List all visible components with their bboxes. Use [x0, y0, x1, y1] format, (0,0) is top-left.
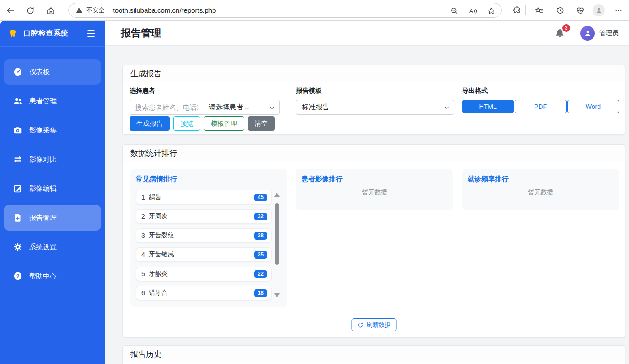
- template-select[interactable]: 标准报告: [296, 100, 454, 115]
- page-header: 报告管理 3 管理员: [105, 21, 629, 46]
- favorites-bar-button[interactable]: [532, 4, 546, 17]
- sidebar-nav: 仪表板 患者管理 影像采集 影像对比 影像编辑 报告管理 系统设置 ? 帮助中心: [0, 59, 105, 289]
- patient-label: 选择患者: [130, 87, 155, 95]
- rank-number: 6: [141, 289, 145, 297]
- browser-chrome: 不安全 tooth.silubaba.com.cn/reports.php A: [0, 0, 629, 21]
- sidebar-item-dashboard[interactable]: 仪表板: [4, 59, 101, 85]
- sidebar-item-settings[interactable]: 系统设置: [4, 234, 101, 260]
- template-manage-button[interactable]: 模板管理: [204, 116, 244, 131]
- rank-count-badge: 32: [254, 213, 267, 220]
- camera-icon: [13, 125, 23, 135]
- history-button[interactable]: [553, 4, 567, 17]
- favorites-list-icon: [535, 6, 544, 15]
- patient-select[interactable]: 请选择患者...: [203, 100, 280, 115]
- refresh-data-button[interactable]: 刷新数据: [351, 318, 396, 331]
- rank-disease-name: 牙周炎: [149, 212, 168, 220]
- export-html-button[interactable]: HTML: [462, 100, 514, 113]
- preview-button[interactable]: 预览: [173, 116, 200, 131]
- favorite-star-button[interactable]: [485, 5, 497, 17]
- disease-rank-list: 1 龋齿 45 2 牙周炎 32 3 牙齿裂纹 28 4 牙齿敏感 25 5 牙…: [136, 190, 272, 305]
- exchange-arrows-icon: [13, 154, 23, 164]
- brand-title: 口腔检查系统: [23, 29, 68, 38]
- not-secure-warning-icon: [75, 6, 83, 14]
- empty-data-text: 暂无数据: [296, 188, 453, 196]
- user-avatar[interactable]: [580, 26, 595, 41]
- chevron-down-icon: [444, 105, 450, 111]
- visit-frequency-rank-panel: 就诊频率排行 暂无数据: [462, 169, 619, 210]
- template-label: 报告模板: [296, 87, 322, 95]
- rank-number: 2: [141, 213, 145, 220]
- svg-text:A: A: [469, 8, 473, 14]
- sidebar-item-label: 影像采集: [29, 126, 57, 135]
- export-word-button[interactable]: Word: [567, 100, 619, 113]
- more-options-button[interactable]: [612, 4, 625, 17]
- back-arrow-icon: [5, 5, 16, 15]
- patient-select-value: 请选择患者...: [209, 103, 249, 112]
- rank-item: 2 牙周炎 32: [136, 209, 272, 224]
- rank-disease-name: 牙齿敏感: [149, 251, 174, 259]
- notification-badge: 3: [562, 24, 570, 32]
- report-history-title: 报告历史: [123, 346, 625, 363]
- rank-count-badge: 25: [254, 251, 267, 259]
- sidebar-item-label: 系统设置: [29, 243, 57, 251]
- sidebar-item-image-edit[interactable]: 影像编辑: [4, 176, 101, 201]
- browser-refresh-button[interactable]: [23, 4, 37, 17]
- browser-profile-button[interactable]: [593, 4, 605, 16]
- generate-card-title: 生成报告: [123, 65, 625, 82]
- extensions-button[interactable]: [509, 4, 523, 17]
- statistics-card: 数据统计排行 常见病情排行 1 龋齿 45 2 牙周炎 32 3 牙齿裂纹 28…: [122, 144, 625, 338]
- edit-pen-icon: [13, 184, 23, 194]
- browser-back-button[interactable]: [4, 4, 17, 17]
- star-icon: [487, 6, 496, 15]
- rank-item: 3 牙齿裂纹 28: [136, 228, 272, 243]
- toolbar-divider: [525, 5, 526, 15]
- main-content: 生成报告 选择患者 报告模板 导出格式 请选择患者... 标准报告 HTML P…: [105, 46, 629, 364]
- question-circle-icon: ?: [13, 271, 23, 281]
- rank-count-badge: 28: [254, 232, 267, 240]
- sidebar-item-label: 报告管理: [29, 214, 57, 222]
- clear-button[interactable]: 清空: [248, 116, 275, 131]
- sidebar-item-reports[interactable]: 报告管理: [4, 205, 101, 231]
- zoom-out-button[interactable]: [448, 5, 460, 17]
- rank-disease-name: 牙齿裂纹: [149, 231, 174, 240]
- gear-icon: [13, 242, 23, 252]
- browser-essentials-button[interactable]: [573, 4, 587, 17]
- sidebar-item-help[interactable]: ? 帮助中心: [4, 263, 101, 289]
- generate-report-button[interactable]: 生成报告: [130, 116, 170, 131]
- sidebar-item-image-capture[interactable]: 影像采集: [4, 118, 101, 143]
- read-aloud-button[interactable]: A: [467, 5, 478, 17]
- patient-image-rank-panel: 患者影像排行 暂无数据: [296, 169, 453, 210]
- export-label: 导出格式: [462, 87, 488, 95]
- export-pdf-button[interactable]: PDF: [515, 100, 566, 113]
- heart-pulse-icon: [576, 6, 585, 15]
- profile-icon: [595, 6, 603, 15]
- users-icon: [13, 96, 23, 106]
- sidebar-collapse-button[interactable]: [85, 28, 97, 38]
- patient-search-input[interactable]: [130, 100, 203, 115]
- zoom-out-icon: [450, 6, 459, 15]
- sidebar-item-image-compare[interactable]: 影像对比: [4, 147, 101, 172]
- disease-rank-panel: 常见病情排行 1 龋齿 45 2 牙周炎 32 3 牙齿裂纹 28 4 牙齿敏感…: [130, 169, 287, 307]
- url-bar[interactable]: 不安全 tooth.silubaba.com.cn/reports.php A: [68, 3, 502, 18]
- header-actions: 3 管理员: [554, 21, 619, 46]
- rank-disease-name: 龋齿: [149, 193, 161, 201]
- refresh-icon: [357, 322, 364, 328]
- patient-image-rank-title: 患者影像排行: [302, 175, 343, 184]
- user-name: 管理员: [599, 29, 619, 37]
- extensions-puzzle-icon: [512, 6, 521, 15]
- sidebar-item-patients[interactable]: 患者管理: [4, 88, 101, 114]
- scroll-down-button[interactable]: [274, 293, 280, 297]
- browser-home-button[interactable]: [44, 4, 57, 17]
- svg-text:?: ?: [16, 273, 20, 279]
- read-aloud-icon: A: [468, 6, 478, 16]
- scroll-up-button[interactable]: [274, 193, 280, 197]
- sidebar-item-label: 影像对比: [29, 155, 57, 164]
- tooth-logo-icon: [8, 28, 19, 39]
- rank-number: 1: [141, 194, 145, 201]
- rank-count-badge: 18: [254, 289, 267, 297]
- notification-bell-button[interactable]: 3: [554, 27, 566, 39]
- rank-scrollbar[interactable]: [274, 190, 280, 299]
- scrollbar-thumb[interactable]: [275, 203, 279, 265]
- generate-report-card: 生成报告 选择患者 报告模板 导出格式 请选择患者... 标准报告 HTML P…: [122, 65, 625, 135]
- history-clock-icon: [556, 6, 565, 15]
